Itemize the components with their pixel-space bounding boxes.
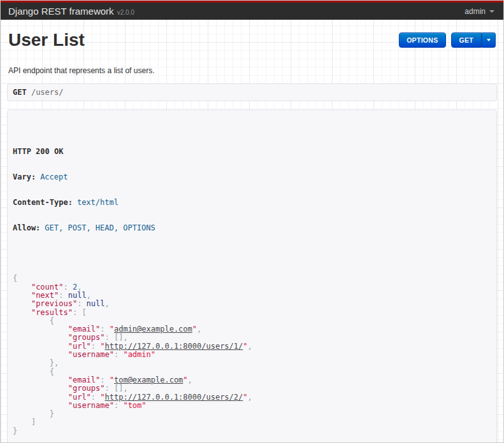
json-token: [13, 350, 68, 359]
json-token: "url": [68, 342, 91, 351]
json-token: []: [114, 333, 123, 342]
json-token: []: [114, 384, 123, 393]
json-token: "groups": [68, 384, 105, 393]
json-token: ,: [188, 376, 192, 384]
json-token: [13, 393, 68, 402]
page-header: User List OPTIONS GET: [8, 30, 496, 50]
brand-version: v2.0.0: [117, 9, 134, 16]
json-token: ": [110, 376, 114, 384]
json-token: :: [105, 384, 114, 393]
json-token: "count": [31, 283, 64, 292]
json-token: "tom": [123, 401, 146, 410]
user-menu-label: admin: [464, 7, 486, 16]
json-token: ,: [87, 291, 91, 300]
response-body: { "count": 2, "next": null, "previous": …: [13, 274, 491, 435]
json-token: [13, 342, 68, 351]
json-token: [13, 358, 50, 367]
page-title: User List: [8, 30, 85, 50]
response-header-line: Vary:Accept: [13, 173, 491, 181]
json-token: {: [50, 367, 54, 376]
json-token: [13, 333, 68, 342]
json-token: "url": [68, 393, 91, 402]
json-token: :: [114, 401, 123, 410]
json-token: [13, 316, 50, 325]
json-token: "groups": [68, 333, 105, 342]
json-token: "next": [31, 291, 59, 300]
json-token: ,: [123, 384, 127, 393]
json-token: [13, 409, 50, 418]
json-link[interactable]: tom@example.com: [114, 376, 183, 384]
json-link[interactable]: http://127.0.0.1:8000/users/2/: [105, 393, 243, 402]
json-token: ]: [31, 418, 36, 426]
json-token: [13, 401, 68, 410]
json-token: {: [13, 274, 17, 283]
json-token: "username": [68, 350, 114, 359]
json-token: ": [100, 342, 104, 351]
json-token: :: [63, 283, 72, 292]
json-token: [13, 418, 31, 426]
get-button[interactable]: GET: [451, 32, 482, 48]
json-token: ": [100, 393, 104, 402]
request-method: GET: [13, 88, 27, 97]
response-header-line: Content-Type:text/html: [13, 199, 491, 207]
json-token: [: [82, 308, 86, 317]
json-token: "admin": [123, 350, 155, 359]
json-token: [13, 384, 68, 393]
caret-down-icon: [489, 10, 494, 13]
get-button-group: GET: [451, 32, 496, 48]
json-token: :: [91, 342, 100, 351]
response-meta: HTTP 200 OK Vary:Accept Content-Type:tex…: [13, 131, 491, 250]
json-token: [13, 291, 31, 300]
response-panel: HTTP 200 OK Vary:Accept Content-Type:tex…: [7, 109, 497, 443]
main-content: User List OPTIONS GET API endpoint that …: [1, 30, 503, 443]
caret-down-icon: [487, 39, 491, 41]
json-token: }: [50, 409, 54, 418]
endpoint-description: API endpoint that represents a list of u…: [8, 66, 496, 75]
json-token: [13, 367, 50, 376]
response-status-line: HTTP 200 OK: [13, 148, 491, 156]
user-menu-dropdown[interactable]: admin: [464, 7, 494, 16]
json-token: [13, 283, 31, 292]
json-token: "username": [68, 401, 114, 410]
json-token: [13, 376, 68, 384]
json-token: :: [105, 333, 114, 342]
json-token: :: [100, 325, 109, 334]
json-token: null: [87, 299, 105, 308]
page: Django REST frameworkv2.0.0 admin User L…: [0, 0, 504, 443]
get-format-dropdown-button[interactable]: [482, 32, 496, 48]
json-token: ,: [197, 325, 201, 334]
json-token: ": [192, 325, 197, 334]
json-token: ": [183, 376, 187, 384]
navbar: Django REST frameworkv2.0.0 admin: [1, 1, 503, 20]
json-token: :: [59, 291, 68, 300]
json-token: },: [50, 358, 59, 367]
json-token: ,: [248, 342, 252, 351]
json-token: ": [243, 342, 247, 351]
response-header-line: Allow:GET, POST, HEAD, OPTIONS: [13, 224, 491, 232]
json-token: :: [77, 299, 86, 308]
json-token: ,: [123, 333, 127, 342]
header-buttons: OPTIONS GET: [399, 32, 496, 48]
json-token: {: [50, 316, 54, 325]
json-link[interactable]: admin@example.com: [114, 325, 192, 334]
json-token: ,: [77, 283, 82, 292]
json-token: :: [114, 350, 123, 359]
json-token: [13, 299, 31, 308]
json-token: "email": [68, 325, 101, 334]
json-token: ": [243, 393, 247, 402]
brand[interactable]: Django REST frameworkv2.0.0: [8, 6, 134, 17]
json-token: }: [13, 426, 17, 435]
json-token: "email": [68, 376, 101, 384]
json-token: [13, 308, 31, 317]
json-token: ,: [105, 299, 110, 308]
json-token: ": [110, 325, 114, 334]
json-token: ,: [248, 393, 252, 402]
json-token: "results": [31, 308, 73, 317]
request-path: /users/: [31, 88, 64, 97]
json-token: "previous": [31, 299, 77, 308]
options-button[interactable]: OPTIONS: [399, 32, 445, 48]
json-link[interactable]: http://127.0.0.1:8000/users/1/: [105, 342, 243, 351]
json-token: :: [91, 393, 100, 402]
json-token: null: [68, 291, 87, 300]
request-line: GET /users/: [7, 83, 497, 101]
